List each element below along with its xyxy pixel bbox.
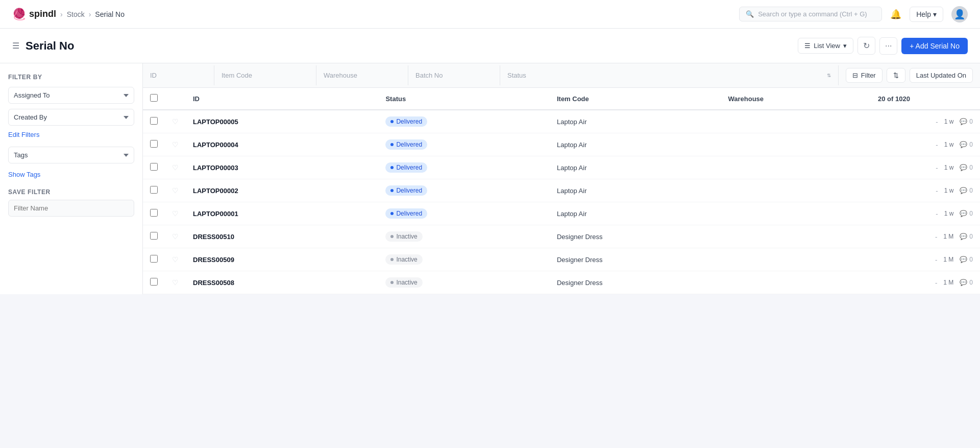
favorite-icon[interactable]: ♡ bbox=[172, 255, 179, 264]
more-button[interactable]: ··· bbox=[879, 37, 897, 55]
table-row[interactable]: ♡ LAPTOP00005 Delivered Laptop Air - bbox=[143, 110, 980, 133]
col-filter-actions: ⊟ Filter ⇅ Last Updated On bbox=[839, 64, 980, 87]
content-area: Filter By Assigned To Created By Modifie… bbox=[0, 63, 980, 294]
last-updated-button[interactable]: Last Updated On bbox=[910, 68, 973, 83]
item-code-value: Laptop Air bbox=[557, 164, 587, 172]
row-id[interactable]: DRESS00510 bbox=[193, 233, 234, 241]
row-warehouse-cell bbox=[721, 202, 871, 225]
row-id-cell: LAPTOP00004 bbox=[186, 133, 378, 156]
created-by-filter[interactable]: Created By Assigned To Modified By bbox=[8, 109, 134, 126]
favorite-icon[interactable]: ♡ bbox=[172, 117, 179, 126]
row-id[interactable]: LAPTOP00002 bbox=[193, 187, 238, 195]
menu-icon[interactable]: ☰ bbox=[12, 41, 19, 51]
row-checkbox-0[interactable] bbox=[150, 117, 158, 125]
breadcrumb-sep-2: › bbox=[89, 10, 91, 18]
table-row[interactable]: ♡ DRESS00509 Inactive Designer Dress - bbox=[143, 248, 980, 271]
th-item-code: Item Code bbox=[550, 88, 721, 110]
th-status: Status bbox=[378, 88, 550, 110]
row-checkbox-6[interactable] bbox=[150, 255, 158, 263]
favorite-icon[interactable]: ♡ bbox=[172, 140, 179, 149]
search-bar[interactable]: 🔍 Search or type a command (Ctrl + G) bbox=[739, 7, 882, 21]
select-all-checkbox[interactable] bbox=[150, 94, 158, 102]
th-warehouse: Warehouse bbox=[721, 88, 871, 110]
status-label: Inactive bbox=[396, 233, 417, 240]
tags-filter[interactable]: Tags bbox=[8, 147, 134, 163]
filter-icon: ⊟ bbox=[852, 72, 858, 79]
row-checkbox-cell bbox=[143, 225, 165, 248]
favorite-icon[interactable]: ♡ bbox=[172, 163, 179, 172]
row-checkbox-5[interactable] bbox=[150, 232, 158, 240]
row-actions: - 1 M 💬 0 bbox=[878, 233, 973, 241]
favorite-icon[interactable]: ♡ bbox=[172, 278, 179, 287]
list-view-button[interactable]: ☰ List View ▾ bbox=[798, 38, 853, 54]
help-button[interactable]: Help ▾ bbox=[910, 7, 943, 22]
table-row[interactable]: ♡ DRESS00510 Inactive Designer Dress - bbox=[143, 225, 980, 248]
favorite-icon[interactable]: ♡ bbox=[172, 209, 179, 218]
sort-icon: ⇅ bbox=[893, 72, 899, 79]
dash-value: - bbox=[936, 141, 938, 149]
table-row[interactable]: ♡ LAPTOP00002 Delivered Laptop Air - bbox=[143, 179, 980, 202]
row-checkbox-7[interactable] bbox=[150, 278, 158, 286]
row-id-cell: LAPTOP00002 bbox=[186, 179, 378, 202]
status-badge: Delivered bbox=[385, 162, 427, 173]
row-checkbox-cell bbox=[143, 271, 165, 294]
row-item-code-cell: Laptop Air bbox=[550, 202, 721, 225]
row-id[interactable]: DRESS00509 bbox=[193, 256, 234, 264]
row-checkbox-4[interactable] bbox=[150, 209, 158, 217]
row-status-cell: Delivered bbox=[378, 179, 550, 202]
favorite-icon[interactable]: ♡ bbox=[172, 186, 179, 195]
table-row[interactable]: ♡ LAPTOP00003 Delivered Laptop Air - bbox=[143, 156, 980, 179]
breadcrumb-stock[interactable]: Stock bbox=[67, 10, 85, 18]
status-label: Inactive bbox=[396, 279, 417, 286]
status-label: Delivered bbox=[396, 210, 422, 217]
assigned-to-filter[interactable]: Assigned To Created By Modified By bbox=[8, 87, 134, 104]
row-item-code-cell: Designer Dress bbox=[550, 248, 721, 271]
favorite-icon[interactable]: ♡ bbox=[172, 232, 179, 241]
row-actions-cell: - 1 M 💬 0 bbox=[871, 271, 980, 294]
avatar[interactable]: 👤 bbox=[951, 6, 968, 22]
row-checkbox-2[interactable] bbox=[150, 163, 158, 171]
comment-icon: 💬 bbox=[960, 256, 967, 263]
list-view-label: List View bbox=[814, 42, 840, 50]
bell-icon: 🔔 bbox=[890, 9, 901, 19]
comment-count: 0 bbox=[969, 233, 973, 240]
comment-icon: 💬 bbox=[960, 164, 967, 171]
table-row[interactable]: ♡ DRESS00508 Inactive Designer Dress - bbox=[143, 271, 980, 294]
filter-button[interactable]: ⊟ Filter bbox=[846, 68, 883, 83]
bell-button[interactable]: 🔔 bbox=[890, 9, 901, 20]
table-row[interactable]: ♡ LAPTOP00001 Delivered Laptop Air - bbox=[143, 202, 980, 225]
data-table: ID Status Item Code Warehouse 20 of 1020… bbox=[143, 88, 980, 294]
sort-button[interactable]: ⇅ bbox=[887, 68, 905, 83]
row-item-code-cell: Laptop Air bbox=[550, 179, 721, 202]
main-area: ID Item Code Warehouse Batch No Status ⇅… bbox=[143, 63, 980, 294]
row-actions: - 1 M 💬 0 bbox=[878, 279, 973, 287]
status-label: Delivered bbox=[396, 141, 422, 148]
row-status-cell: Delivered bbox=[378, 110, 550, 133]
row-id[interactable]: LAPTOP00001 bbox=[193, 210, 238, 218]
row-id[interactable]: LAPTOP00003 bbox=[193, 164, 238, 172]
edit-filters-link[interactable]: Edit Filters bbox=[8, 131, 134, 138]
row-checkbox-3[interactable] bbox=[150, 186, 158, 194]
refresh-icon: ↻ bbox=[863, 41, 870, 50]
item-code-value: Designer Dress bbox=[557, 233, 603, 241]
status-badge: Inactive bbox=[385, 277, 422, 288]
table-row[interactable]: ♡ LAPTOP00004 Delivered Laptop Air - bbox=[143, 133, 980, 156]
filter-name-input[interactable] bbox=[8, 200, 134, 217]
logo[interactable]: 🧶 spindl bbox=[12, 8, 56, 21]
row-id[interactable]: LAPTOP00005 bbox=[193, 118, 238, 126]
row-id[interactable]: DRESS00508 bbox=[193, 279, 234, 287]
row-item-code-cell: Designer Dress bbox=[550, 271, 721, 294]
row-id[interactable]: LAPTOP00004 bbox=[193, 141, 238, 149]
row-actions-cell: - 1 M 💬 0 bbox=[871, 225, 980, 248]
time-value: 1 w bbox=[944, 164, 954, 171]
show-tags-link[interactable]: Show Tags bbox=[8, 171, 134, 178]
row-checkbox-1[interactable] bbox=[150, 140, 158, 148]
row-status-cell: Inactive bbox=[378, 225, 550, 248]
status-badge: Delivered bbox=[385, 116, 427, 127]
add-serial-no-button[interactable]: + Add Serial No bbox=[901, 38, 968, 54]
refresh-button[interactable]: ↻ bbox=[857, 37, 875, 55]
row-actions-cell: - 1 w 💬 0 bbox=[871, 179, 980, 202]
avatar-placeholder: 👤 bbox=[954, 9, 965, 20]
comment-count: 0 bbox=[969, 279, 973, 286]
sidebar: Filter By Assigned To Created By Modifie… bbox=[0, 63, 143, 294]
